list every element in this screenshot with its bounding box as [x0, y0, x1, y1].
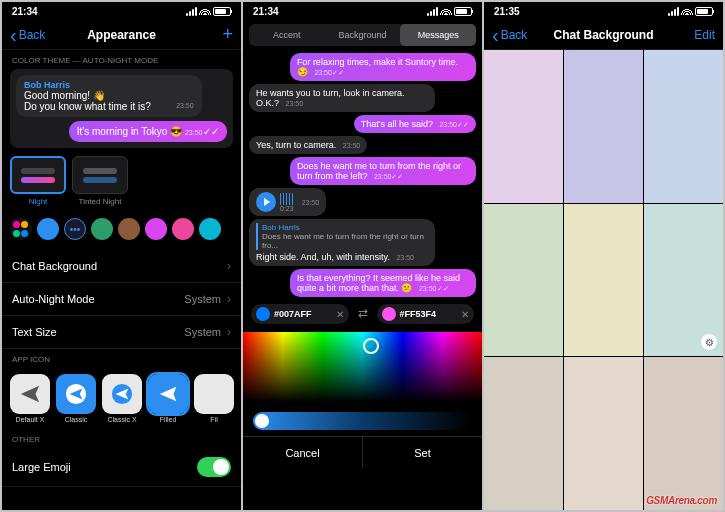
- background-grid: ⚙: [484, 50, 723, 510]
- color-swatch[interactable]: [172, 218, 194, 240]
- app-icon-classic[interactable]: Classic: [56, 374, 96, 423]
- brightness-slider[interactable]: [253, 412, 472, 430]
- signal-icon: [427, 7, 438, 16]
- nav-bar: Back Appearance +: [2, 20, 241, 50]
- tab-accent[interactable]: Accent: [249, 24, 325, 46]
- action-row: Cancel Set: [243, 436, 482, 468]
- battery-icon: [695, 7, 713, 16]
- wifi-icon: [681, 7, 693, 15]
- signal-icon: [668, 7, 679, 16]
- section-header: COLOR THEME — AUTO-NIGHT MODE: [2, 50, 241, 69]
- status-time: 21:34: [253, 6, 279, 17]
- msg-in: He wants you to turn, look in camera. O.…: [249, 84, 435, 112]
- chat-preview: For relaxing times, make it Suntory time…: [243, 50, 482, 300]
- bg-option[interactable]: [644, 357, 723, 510]
- large-emoji-row: Large Emoji: [2, 448, 241, 487]
- bg-option[interactable]: [484, 357, 563, 510]
- bg-option[interactable]: [564, 357, 643, 510]
- cancel-button[interactable]: Cancel: [243, 437, 363, 468]
- msg-out: Is that everything? It seemed like he sa…: [290, 269, 476, 297]
- wifi-icon: [199, 7, 211, 15]
- color-swatch[interactable]: [91, 218, 113, 240]
- status-bar: 21:34: [243, 2, 482, 20]
- preview-bubble-in: Bob Harris Good morning! 👋 Do you know w…: [16, 75, 202, 117]
- add-button[interactable]: +: [222, 24, 233, 45]
- color-swatch[interactable]: [145, 218, 167, 240]
- chevron-icon: ›: [227, 325, 231, 339]
- phone-chat-background: 21:35 Back Chat Background Edit ⚙ GSMAre…: [484, 2, 723, 510]
- section-header: APP ICON: [2, 349, 241, 368]
- bg-option[interactable]: [564, 204, 643, 357]
- msg-reply: Bob HarrisDoes he want me to turn from t…: [249, 219, 435, 266]
- wifi-icon: [440, 7, 452, 15]
- auto-night-row[interactable]: Auto-Night ModeSystem›: [2, 283, 241, 316]
- bg-option[interactable]: [644, 50, 723, 203]
- status-time: 21:34: [12, 6, 38, 17]
- bg-option[interactable]: [484, 50, 563, 203]
- page-title: Appearance: [87, 28, 156, 42]
- gear-icon[interactable]: ⚙: [701, 334, 717, 350]
- msg-out: Does he want me to turn from the right o…: [290, 157, 476, 185]
- back-button[interactable]: Back: [10, 28, 45, 42]
- set-button[interactable]: Set: [363, 437, 482, 468]
- msg-out: That's all he said? 23:50✓✓: [354, 115, 476, 133]
- app-icon-filled[interactable]: Filled: [148, 374, 188, 423]
- theme-tinted-night[interactable]: Tinted Night: [72, 156, 128, 206]
- preview-bubble-out: It's morning in Tokyo 😎 23:50✓✓: [69, 121, 227, 142]
- accent-color-row: •••: [2, 214, 241, 244]
- status-bar: 21:35: [484, 2, 723, 20]
- hex-input-row: #007AFF✕ ⇄ #FF53F4✕: [243, 300, 482, 328]
- color-swatch[interactable]: [37, 218, 59, 240]
- picker-ring[interactable]: [363, 338, 379, 354]
- custom-color-button[interactable]: [10, 218, 32, 240]
- color-swatch[interactable]: [118, 218, 140, 240]
- section-header: OTHER: [2, 429, 241, 448]
- theme-selector-row: Night Tinted Night: [2, 148, 241, 214]
- app-icon-default-x[interactable]: Default X: [10, 374, 50, 423]
- watermark: GSMArena.com: [646, 495, 717, 506]
- color-swatch[interactable]: [199, 218, 221, 240]
- back-button[interactable]: Back: [492, 28, 527, 42]
- app-icon-row: Default X Classic Classic X Filled Fil: [2, 368, 241, 429]
- chevron-icon: ›: [227, 292, 231, 306]
- bg-option[interactable]: ⚙: [644, 204, 723, 357]
- chevron-icon: ›: [227, 259, 231, 273]
- chat-background-row[interactable]: Chat Background›: [2, 250, 241, 283]
- bg-option[interactable]: [564, 50, 643, 203]
- play-icon[interactable]: [256, 192, 276, 212]
- app-icon-classic-x[interactable]: Classic X: [102, 374, 142, 423]
- tab-background[interactable]: Background: [325, 24, 401, 46]
- signal-icon: [186, 7, 197, 16]
- swap-icon[interactable]: ⇄: [355, 306, 371, 322]
- clear-icon[interactable]: ✕: [336, 309, 344, 320]
- status-time: 21:35: [494, 6, 520, 17]
- app-icon-filled-x[interactable]: Fil: [194, 374, 234, 423]
- large-emoji-toggle[interactable]: [197, 457, 231, 477]
- status-bar: 21:34: [2, 2, 241, 20]
- msg-out: For relaxing times, make it Suntory time…: [290, 53, 476, 81]
- battery-icon: [213, 7, 231, 16]
- hex-input-2[interactable]: #FF53F4✕: [377, 304, 475, 324]
- nav-bar: Back Chat Background Edit: [484, 20, 723, 50]
- clear-icon[interactable]: ✕: [461, 309, 469, 320]
- tab-messages[interactable]: Messages: [400, 24, 476, 46]
- msg-in: Yes, turn to camera. 23:50: [249, 136, 367, 154]
- phone-appearance: 21:34 Back Appearance + COLOR THEME — AU…: [2, 2, 241, 510]
- segment-control: Accent Background Messages: [249, 24, 476, 46]
- phone-color-picker: 21:34 Accent Background Messages For rel…: [243, 2, 482, 510]
- color-picker[interactable]: [243, 332, 482, 402]
- color-swatch[interactable]: •••: [64, 218, 86, 240]
- bg-option[interactable]: [484, 204, 563, 357]
- theme-night[interactable]: Night: [10, 156, 66, 206]
- theme-preview: Bob Harris Good morning! 👋 Do you know w…: [10, 69, 233, 148]
- hex-input-1[interactable]: #007AFF✕: [251, 304, 349, 324]
- edit-button[interactable]: Edit: [694, 28, 715, 42]
- voice-msg[interactable]: 0:2323:50: [249, 188, 326, 216]
- text-size-row[interactable]: Text SizeSystem›: [2, 316, 241, 349]
- battery-icon: [454, 7, 472, 16]
- page-title: Chat Background: [553, 28, 653, 42]
